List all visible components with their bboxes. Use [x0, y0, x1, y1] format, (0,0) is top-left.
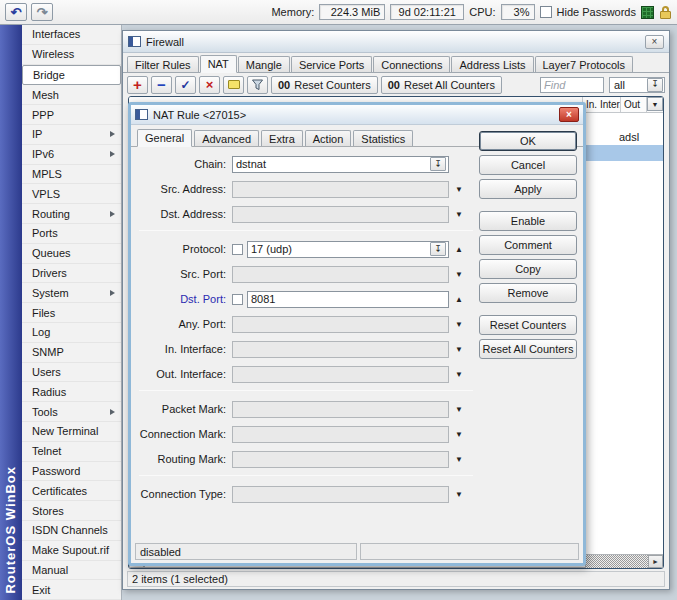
expand-down-icon[interactable]: ▼ [452, 405, 466, 414]
expand-down-icon[interactable]: ▼ [452, 320, 466, 329]
sidebar-item-mpls[interactable]: MPLS [22, 165, 121, 185]
sidebar-item-routing[interactable]: Routing [22, 204, 121, 224]
expand-down-icon[interactable]: ▼ [452, 490, 466, 499]
comment-button[interactable] [223, 76, 244, 94]
tab-extra[interactable]: Extra [261, 130, 303, 146]
sidebar-item-ipv6[interactable]: IPv6 [22, 145, 121, 165]
expand-down-icon[interactable]: ▼ [452, 430, 466, 439]
sidebar-item-ppp[interactable]: PPP [22, 105, 121, 125]
sidebar-item-system[interactable]: System [22, 283, 121, 303]
protocol-combobox[interactable]: 17 (udp) ↧ [247, 241, 449, 258]
sidebar-item-new-terminal[interactable]: New Terminal [22, 422, 121, 442]
reset-counters-button[interactable]: 00 Reset Counters [271, 76, 378, 94]
dst-port-negate-checkbox[interactable] [232, 294, 243, 305]
enable-rule-button[interactable]: ✓ [175, 76, 196, 94]
sidebar-item-files[interactable]: Files [22, 303, 121, 323]
any-port-field[interactable] [232, 316, 449, 333]
add-rule-button[interactable]: + [127, 76, 148, 94]
sidebar-item-ports[interactable]: Ports [22, 224, 121, 244]
sidebar-item-telnet[interactable]: Telnet [22, 442, 121, 462]
disable-rule-button[interactable]: × [199, 76, 220, 94]
dropdown-icon[interactable]: ↧ [647, 78, 663, 92]
sidebar-item-tools[interactable]: Tools [22, 402, 121, 422]
redo-button[interactable]: ↷ [31, 3, 53, 21]
src-port-field[interactable] [232, 266, 449, 283]
ok-button[interactable]: OK [479, 131, 577, 151]
expand-down-icon[interactable]: ▼ [452, 455, 466, 464]
dst-port-input[interactable]: 8081 [247, 291, 449, 308]
hide-passwords-checkbox[interactable] [540, 6, 552, 18]
remove-button[interactable]: Remove [479, 283, 577, 303]
tab-advanced[interactable]: Advanced [194, 130, 259, 146]
reset-all-counters-button[interactable]: 00 Reset All Counters [381, 76, 502, 94]
sidebar-item-stores[interactable]: Stores [22, 501, 121, 521]
expand-down-icon[interactable]: ▼ [452, 345, 466, 354]
dst-address-field[interactable] [232, 206, 449, 223]
dropdown-icon[interactable]: ↧ [430, 157, 446, 171]
reset-counters-button[interactable]: Reset Counters [479, 315, 577, 335]
sidebar-item-users[interactable]: Users [22, 363, 121, 383]
sidebar-item-vpls[interactable]: VPLS [22, 184, 121, 204]
sidebar-item-ip[interactable]: IP [22, 125, 121, 145]
sidebar-item-exit[interactable]: Exit [22, 580, 121, 600]
connection-type-field[interactable] [232, 486, 449, 503]
sidebar-item-make-supout[interactable]: Make Supout.rif [22, 541, 121, 561]
dialog-titlebar[interactable]: NAT Rule <27015> × [131, 105, 583, 125]
scrollbar-track[interactable] [586, 555, 648, 568]
src-address-field[interactable] [232, 181, 449, 198]
copy-button[interactable]: Copy [479, 259, 577, 279]
sidebar-item-queues[interactable]: Queues [22, 244, 121, 264]
firewall-close-button[interactable]: × [645, 35, 664, 49]
collapse-up-icon[interactable]: ▲ [452, 295, 466, 304]
sidebar-item-bridge[interactable]: Bridge [22, 65, 121, 86]
column-header-in-interface[interactable]: In. Inter... [583, 97, 621, 112]
sidebar-item-interfaces[interactable]: Interfaces [22, 25, 121, 45]
tab-layer7-protocols[interactable]: Layer7 Protocols [535, 56, 634, 72]
tab-connections[interactable]: Connections [373, 56, 450, 72]
reset-all-counters-button[interactable]: Reset All Counters [479, 339, 577, 359]
expand-down-icon[interactable]: ▼ [452, 185, 466, 194]
sidebar-item-radius[interactable]: Radius [22, 382, 121, 402]
tab-action[interactable]: Action [305, 130, 352, 146]
tab-filter-rules[interactable]: Filter Rules [127, 56, 199, 72]
protocol-negate-checkbox[interactable] [232, 244, 243, 255]
tab-statistics[interactable]: Statistics [353, 130, 413, 146]
tab-nat[interactable]: NAT [200, 55, 237, 73]
sidebar-item-wireless[interactable]: Wireless [22, 45, 121, 65]
filter-scope-dropdown[interactable]: all ↧ [609, 77, 665, 93]
find-input[interactable] [540, 77, 604, 93]
cancel-button[interactable]: Cancel [479, 155, 577, 175]
sidebar-item-isdn-channels[interactable]: ISDN Channels [22, 521, 121, 541]
sidebar-item-log[interactable]: Log [22, 323, 121, 343]
remove-rule-button[interactable]: − [151, 76, 172, 94]
chain-combobox[interactable]: dstnat ↧ [232, 156, 449, 173]
sidebar-item-password[interactable]: Password [22, 462, 121, 482]
out-interface-field[interactable] [232, 366, 449, 383]
comment-button[interactable]: Comment [479, 235, 577, 255]
collapse-up-icon[interactable]: ▲ [452, 245, 466, 254]
column-picker-button[interactable]: ▼ [647, 97, 663, 111]
expand-down-icon[interactable]: ▼ [452, 210, 466, 219]
sidebar-item-manual[interactable]: Manual [22, 561, 121, 581]
connection-mark-field[interactable] [232, 426, 449, 443]
column-header-out-interface[interactable]: Out [621, 97, 647, 112]
tab-service-ports[interactable]: Service Ports [291, 56, 372, 72]
expand-down-icon[interactable]: ▼ [452, 370, 466, 379]
tab-general[interactable]: General [137, 129, 192, 147]
dialog-close-button[interactable]: × [559, 107, 579, 122]
undo-button[interactable]: ↶ [5, 3, 27, 21]
apply-button[interactable]: Apply [479, 179, 577, 199]
tab-mangle[interactable]: Mangle [238, 56, 290, 72]
routing-mark-field[interactable] [232, 451, 449, 468]
expand-down-icon[interactable]: ▼ [452, 270, 466, 279]
sidebar-item-mesh[interactable]: Mesh [22, 85, 121, 105]
sidebar-item-snmp[interactable]: SNMP [22, 343, 121, 363]
in-interface-field[interactable] [232, 341, 449, 358]
firewall-titlebar[interactable]: Firewall × [123, 31, 669, 53]
dropdown-icon[interactable]: ↧ [430, 242, 446, 256]
enable-button[interactable]: Enable [479, 211, 577, 231]
tab-address-lists[interactable]: Address Lists [451, 56, 533, 72]
filter-button[interactable] [247, 76, 268, 94]
sidebar-item-certificates[interactable]: Certificates [22, 481, 121, 501]
packet-mark-field[interactable] [232, 401, 449, 418]
